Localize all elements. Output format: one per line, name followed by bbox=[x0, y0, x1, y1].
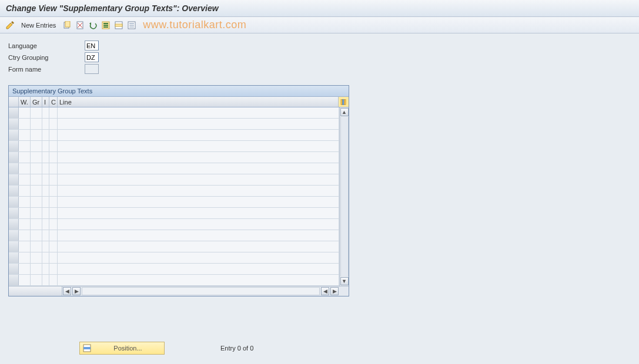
column-i[interactable]: I bbox=[42, 97, 49, 107]
table-row[interactable] bbox=[9, 275, 339, 286]
position-label: Position... bbox=[95, 345, 161, 352]
column-w[interactable]: W. bbox=[19, 97, 31, 107]
scroll-up-icon[interactable]: ▲ bbox=[340, 108, 349, 116]
new-entries-button[interactable]: New Entries bbox=[18, 22, 59, 29]
scroll-down-icon[interactable]: ▼ bbox=[340, 277, 349, 285]
table-row[interactable] bbox=[9, 130, 339, 141]
column-gr[interactable]: Gr bbox=[31, 97, 42, 107]
header-form: Language Ctry Grouping Form name bbox=[0, 33, 639, 79]
scroll-left-step-icon[interactable]: ◀ bbox=[321, 287, 329, 295]
ctry-grouping-label: Ctry Grouping bbox=[8, 54, 85, 61]
svg-rect-13 bbox=[129, 25, 134, 26]
column-select[interactable] bbox=[9, 97, 19, 107]
table-row[interactable] bbox=[9, 208, 339, 219]
svg-rect-19 bbox=[83, 347, 91, 349]
footer: Position... Entry 0 of 0 bbox=[0, 342, 639, 355]
svg-rect-1 bbox=[65, 21, 70, 27]
table-row[interactable] bbox=[9, 241, 339, 252]
position-icon bbox=[83, 344, 91, 352]
form-name-label: Form name bbox=[8, 66, 85, 73]
table-row[interactable] bbox=[9, 219, 339, 230]
table-row[interactable] bbox=[9, 252, 339, 264]
table-header: W. Gr I C Line bbox=[9, 97, 349, 107]
table-row[interactable] bbox=[9, 264, 339, 275]
form-name-field[interactable] bbox=[85, 64, 99, 74]
deselect-all-icon[interactable] bbox=[126, 20, 137, 31]
language-label: Language bbox=[8, 42, 85, 49]
svg-rect-14 bbox=[129, 26, 134, 28]
table-row[interactable] bbox=[9, 152, 339, 163]
select-block-icon[interactable] bbox=[113, 20, 124, 31]
svg-rect-16 bbox=[343, 99, 344, 105]
delete-icon[interactable] bbox=[75, 20, 85, 31]
horizontal-scrollbar[interactable]: ◀ ▶ ◀ ▶ bbox=[9, 286, 349, 296]
svg-rect-8 bbox=[103, 26, 108, 28]
scroll-left-icon[interactable]: ◀ bbox=[63, 287, 71, 295]
table-row[interactable] bbox=[9, 186, 339, 197]
svg-rect-15 bbox=[341, 99, 343, 105]
svg-rect-12 bbox=[129, 23, 134, 24]
table-rows bbox=[9, 107, 339, 286]
svg-rect-6 bbox=[103, 23, 108, 24]
table-title: Supplementary Group Texts bbox=[9, 86, 349, 97]
table-row[interactable] bbox=[9, 163, 339, 174]
undo-icon[interactable] bbox=[88, 20, 98, 31]
svg-rect-10 bbox=[115, 24, 122, 26]
watermark-text: www.tutorialkart.com bbox=[143, 19, 246, 31]
entry-count-text: Entry 0 of 0 bbox=[220, 345, 253, 352]
configure-columns-icon[interactable] bbox=[339, 97, 349, 107]
table-row[interactable] bbox=[9, 174, 339, 186]
table-row[interactable] bbox=[9, 230, 339, 241]
ctry-grouping-field[interactable] bbox=[85, 52, 99, 62]
copy-icon[interactable] bbox=[62, 20, 72, 31]
change-icon[interactable] bbox=[5, 20, 15, 31]
table-row[interactable] bbox=[9, 197, 339, 208]
scroll-right-icon[interactable]: ▶ bbox=[330, 287, 339, 295]
select-all-icon[interactable] bbox=[101, 20, 111, 31]
position-button[interactable]: Position... bbox=[79, 342, 165, 355]
scroll-right-step-icon[interactable]: ▶ bbox=[72, 287, 81, 295]
column-c[interactable]: C bbox=[49, 97, 58, 107]
page-title: Change View "Supplementary Group Texts":… bbox=[0, 0, 639, 17]
svg-rect-17 bbox=[344, 99, 346, 105]
svg-rect-7 bbox=[103, 25, 108, 26]
toolbar: New Entries www.tutorialkart.com bbox=[0, 17, 639, 33]
table-row[interactable] bbox=[9, 141, 339, 152]
vertical-scrollbar[interactable]: ▲ ▼ bbox=[339, 107, 349, 286]
table-row[interactable] bbox=[9, 107, 339, 119]
language-field[interactable] bbox=[85, 41, 99, 50]
table-container: Supplementary Group Texts W. Gr I C Line bbox=[8, 85, 349, 296]
column-line[interactable]: Line bbox=[58, 97, 339, 107]
table-row[interactable] bbox=[9, 119, 339, 130]
